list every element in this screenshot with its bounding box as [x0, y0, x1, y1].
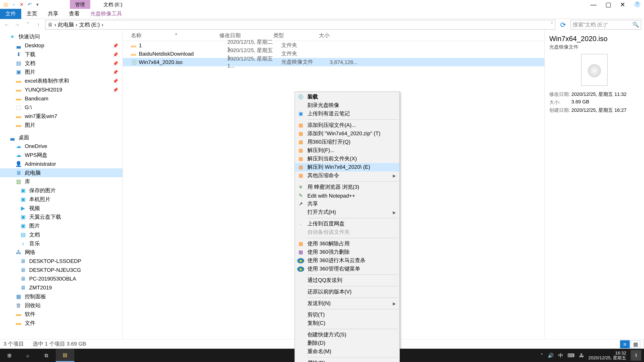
column-date[interactable]: 修改日期 [219, 32, 273, 39]
menu-item[interactable]: ✳用 蜂蜜浏览器 浏览(3) [295, 183, 399, 191]
breadcrumb-dropdown-icon[interactable]: ˅ [550, 22, 553, 28]
close-button[interactable]: ✕ [620, 1, 626, 8]
tree-desktop2[interactable]: ▃桌面 [0, 133, 122, 142]
tree-video[interactable]: ▶视频 [0, 204, 122, 213]
file-row[interactable]: ▬12020/12/15, 星期二 1...文件夹 [123, 41, 544, 49]
tray-ime-icon[interactable]: 中 [558, 352, 563, 359]
menu-item[interactable]: ▦使用 360解除占用 [295, 240, 399, 248]
tree-cpanel[interactable]: ▦控制面板 [0, 292, 122, 301]
tree-g[interactable]: ⬚G:\ [0, 103, 122, 112]
tree-admin[interactable]: 👤Administrator [0, 160, 122, 168]
qat-delete-icon[interactable]: ✕ [18, 1, 25, 7]
tree-excel[interactable]: ▬excel表格制作求和📌 [0, 76, 122, 85]
menu-item[interactable]: ✎Edit with Notepad++ [295, 191, 399, 200]
tree-saved[interactable]: ▣保存的图片 [0, 186, 122, 195]
menu-item[interactable]: ▦用360压缩打开(Q) [295, 138, 399, 146]
tree-soft[interactable]: ▬软件 [0, 310, 122, 319]
nav-back-button[interactable]: ← [3, 21, 10, 29]
column-name[interactable]: 名称 [123, 32, 219, 39]
search-input[interactable]: 搜索"文档 (E:)" 🔍 [570, 20, 641, 30]
maximize-button[interactable]: ▢ [606, 1, 611, 8]
menu-item[interactable]: 重命名(M) [295, 348, 399, 356]
tree-lib[interactable]: ▥库 [0, 177, 122, 186]
tray-volume-icon[interactable]: 🔊 [548, 353, 554, 358]
menu-item[interactable]: ▦解压到 Win7x64_2020\ (E) [295, 163, 399, 171]
tree-desktop[interactable]: ▃Desktop📌 [0, 41, 122, 50]
start-button[interactable]: ⊞ [0, 349, 18, 362]
menu-item[interactable]: 属性(R) [295, 359, 399, 362]
taskbar-clock[interactable]: 16:32 2020/12/25, 星期五 [588, 350, 626, 361]
file-row[interactable]: ▬BaiduNetdiskDownload2020/12/25, 星期五 1..… [123, 49, 544, 58]
tray-input-icon[interactable]: ⌨ [568, 353, 574, 358]
menu-item[interactable]: ▦使用 360强力删除 [295, 248, 399, 256]
breadcrumb-e[interactable]: 文档 (E:) [79, 21, 100, 28]
tree-pics3[interactable]: ▣图片 [0, 221, 122, 230]
tree-files[interactable]: ▬文件 [0, 319, 122, 328]
menu-item[interactable]: ▦解压到当前文件夹(X) [295, 155, 399, 163]
view-icons-button[interactable]: ▦ [630, 340, 640, 348]
menu-item[interactable]: 通过QQ发送到 [295, 276, 399, 285]
menu-item[interactable]: ▦添加到压缩文件(A)... [295, 121, 399, 130]
tree-net3[interactable]: 🖥PC-20190530OBLA [0, 275, 122, 283]
tree-net1[interactable]: 🖥DESKTOP-LSSOEDP [0, 257, 122, 266]
ribbon-tab-view[interactable]: 查看 [64, 8, 85, 19]
qat-undo-icon[interactable]: ↶ [26, 1, 33, 7]
menu-item[interactable]: 复制(C) [295, 319, 399, 328]
ribbon-tab-disc-tools[interactable]: 光盘映像工具 [85, 8, 127, 19]
menu-item[interactable]: 💿装载 [295, 93, 399, 101]
column-type[interactable]: 类型 [273, 32, 319, 39]
tray-chevron-icon[interactable]: ˄ [540, 353, 543, 358]
tree-quick-access[interactable]: ★快速访问 [0, 32, 122, 41]
tree-docs[interactable]: ▤文档📌 [0, 59, 122, 68]
menu-item[interactable]: 还原以前的版本(V) [295, 288, 399, 296]
minimize-button[interactable]: — [590, 1, 596, 8]
tree-thispc[interactable]: 🖥此电脑 [0, 168, 122, 177]
tree-net4[interactable]: 🖥ZMT2019 [0, 283, 122, 292]
breadcrumb[interactable]: 🖥 › 此电脑 › 文档 (E:) › ˅ [45, 20, 556, 30]
taskbar-search-button[interactable]: ⌕ [18, 349, 37, 362]
file-row[interactable]: 💿Win7x64_2020.iso2020/12/25, 星期五 1...光盘映… [123, 58, 544, 66]
tree-recycle[interactable]: 🗑回收站 [0, 301, 122, 310]
nav-up-button[interactable]: ↑ [34, 21, 42, 29]
menu-item[interactable]: 创建快捷方式(S) [295, 331, 399, 339]
menu-item[interactable]: 打开方式(H)▶ [295, 208, 399, 217]
tree-network[interactable]: 🖧网络 [0, 248, 122, 257]
menu-item[interactable]: ↗共享 [295, 200, 399, 208]
tree-yun[interactable]: ▬YUNQISHI2019📌 [0, 85, 122, 94]
taskbar-explorer[interactable]: ▤ [56, 349, 74, 362]
tree-onedrive[interactable]: ☁OneDrive [0, 142, 122, 151]
ribbon-tab-file[interactable]: 文件 [0, 8, 21, 19]
tray-network-icon[interactable]: 🖧 [579, 353, 584, 358]
notification-center[interactable]: 3 [630, 350, 641, 361]
tree-pics[interactable]: ▣图片📌 [0, 67, 122, 76]
column-size[interactable]: 大小 [319, 32, 363, 39]
tree-net2[interactable]: 🖥DESKTOP-NJEU3CG [0, 266, 122, 275]
qat-dropdown-icon[interactable]: ▾ [34, 1, 41, 7]
tree-bandicam[interactable]: ▬Bandicam [0, 94, 122, 103]
ribbon-tab-share[interactable]: 共享 [42, 8, 64, 19]
tree-tianyi[interactable]: ▣天翼云盘下载 [0, 213, 122, 221]
breadcrumb-pc[interactable]: 此电脑 [58, 21, 74, 28]
tree-pics2[interactable]: ▬图片 [0, 121, 122, 130]
tree-download[interactable]: ⬇下载📌 [0, 50, 122, 59]
menu-item[interactable]: ▣上传到有道云笔记 [295, 110, 399, 118]
nav-forward-button[interactable]: → [13, 21, 21, 29]
menu-item[interactable]: 剪切(T) [295, 311, 399, 319]
tree-win7[interactable]: ▬win7重装win7 [0, 112, 122, 121]
menu-item[interactable]: ●使用 360进行木马云查杀 [295, 256, 399, 265]
refresh-button[interactable]: ⟳ [558, 21, 568, 29]
menu-item[interactable]: ▦解压到(F)... [295, 146, 399, 155]
task-view-button[interactable]: ⧉ [37, 349, 56, 362]
menu-item[interactable]: ·上传到百度网盘 [295, 220, 399, 228]
menu-item[interactable]: ▦添加到 "Win7x64_2020.zip" (T) [295, 130, 399, 138]
ribbon-tab-home[interactable]: 主页 [21, 8, 42, 19]
menu-item[interactable]: 删除(D) [295, 339, 399, 348]
menu-item[interactable]: 刻录光盘映像 [295, 101, 399, 110]
menu-item[interactable]: ▦其他压缩命令▶ [295, 171, 399, 180]
tree-local[interactable]: ▣本机照片 [0, 195, 122, 204]
menu-item[interactable]: ●使用 360管理右键菜单 [295, 265, 399, 273]
qat-prop-icon[interactable]: ▫ [10, 1, 17, 7]
tree-music[interactable]: ♪音乐 [0, 239, 122, 248]
view-details-button[interactable]: ≡ [620, 340, 630, 348]
tree-wps[interactable]: ☁WPS网盘 [0, 151, 122, 160]
